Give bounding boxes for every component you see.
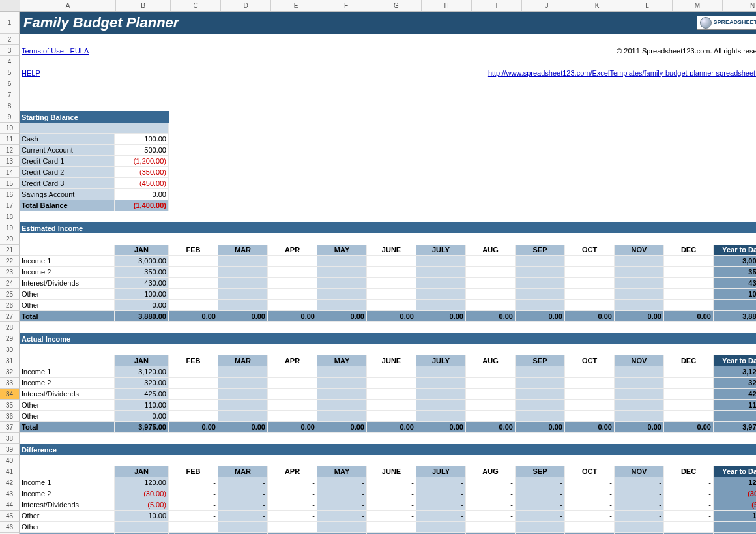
- data-cell[interactable]: [466, 389, 516, 400]
- data-cell[interactable]: 425.00: [115, 389, 169, 400]
- data-cell[interactable]: -: [615, 477, 664, 488]
- data-cell[interactable]: -: [565, 499, 615, 511]
- row-header-2[interactable]: 2: [0, 34, 20, 45]
- data-cell[interactable]: [565, 289, 615, 300]
- col-header-I[interactable]: I: [472, 0, 522, 11]
- data-cell[interactable]: [169, 300, 218, 311]
- data-cell[interactable]: [268, 389, 317, 400]
- data-cell[interactable]: -: [516, 499, 565, 511]
- data-cell[interactable]: [268, 267, 317, 278]
- data-cell[interactable]: [218, 366, 268, 378]
- data-cell[interactable]: [367, 300, 416, 311]
- row-header-6[interactable]: 6: [0, 78, 20, 89]
- balance-value[interactable]: 100.00: [115, 134, 169, 145]
- template-url[interactable]: http://www.spreadsheet123.com/ExcelTempl…: [115, 67, 756, 78]
- data-cell[interactable]: [615, 267, 664, 278]
- data-cell[interactable]: [416, 522, 466, 533]
- data-cell[interactable]: [317, 522, 367, 533]
- data-cell[interactable]: -: [416, 499, 466, 511]
- data-cell[interactable]: [416, 256, 466, 267]
- data-cell[interactable]: [218, 256, 268, 267]
- data-cell[interactable]: (5.00): [115, 499, 169, 511]
- row-header-9[interactable]: 9: [0, 111, 20, 123]
- balance-value[interactable]: (1,200.00): [115, 156, 169, 167]
- data-cell[interactable]: -: [466, 499, 516, 511]
- data-cell[interactable]: 430.00: [115, 278, 169, 289]
- balance-value[interactable]: 500.00: [115, 145, 169, 156]
- data-cell[interactable]: [367, 389, 416, 400]
- row-header-31[interactable]: 31: [0, 355, 20, 366]
- data-cell[interactable]: -: [664, 511, 714, 522]
- data-cell[interactable]: [367, 378, 416, 389]
- data-cell[interactable]: [169, 267, 218, 278]
- data-cell[interactable]: -: [416, 477, 466, 488]
- row-header-22[interactable]: 22: [0, 256, 20, 267]
- data-cell[interactable]: [565, 300, 615, 311]
- data-cell[interactable]: [416, 411, 466, 422]
- row-header-43[interactable]: 43: [0, 488, 20, 499]
- col-header-F[interactable]: F: [321, 0, 371, 11]
- col-header-E[interactable]: E: [271, 0, 321, 11]
- data-cell[interactable]: [169, 289, 218, 300]
- data-cell[interactable]: [268, 400, 317, 411]
- row-header-16[interactable]: 16: [0, 189, 20, 200]
- row-header-30[interactable]: 30: [0, 344, 20, 355]
- data-cell[interactable]: [565, 389, 615, 400]
- data-cell[interactable]: [416, 366, 466, 378]
- col-header-G[interactable]: G: [371, 0, 422, 11]
- data-cell[interactable]: [664, 300, 714, 311]
- data-cell[interactable]: [615, 289, 664, 300]
- data-cell[interactable]: [416, 300, 466, 311]
- row-header-23[interactable]: 23: [0, 267, 20, 278]
- row-header-3[interactable]: 3: [0, 45, 20, 56]
- row-header-29[interactable]: 29: [0, 333, 20, 344]
- data-cell[interactable]: 0.00: [115, 411, 169, 422]
- data-cell[interactable]: [565, 411, 615, 422]
- row-header-25[interactable]: 25: [0, 289, 20, 300]
- row-header-38[interactable]: 38: [0, 433, 20, 444]
- data-cell[interactable]: [664, 366, 714, 378]
- data-cell[interactable]: [615, 522, 664, 533]
- data-cell[interactable]: -: [317, 511, 367, 522]
- data-cell[interactable]: [169, 366, 218, 378]
- data-cell[interactable]: [169, 389, 218, 400]
- data-cell[interactable]: [466, 411, 516, 422]
- data-cell[interactable]: [268, 256, 317, 267]
- data-cell[interactable]: [169, 522, 218, 533]
- data-cell[interactable]: -: [664, 488, 714, 499]
- row-header-39[interactable]: 39: [0, 444, 20, 455]
- data-cell[interactable]: [317, 411, 367, 422]
- data-cell[interactable]: [317, 378, 367, 389]
- data-cell[interactable]: [516, 366, 565, 378]
- data-cell[interactable]: -: [565, 477, 615, 488]
- data-cell[interactable]: 3,120.00: [115, 366, 169, 378]
- row-header-37[interactable]: 37: [0, 422, 20, 433]
- row-header-32[interactable]: 32: [0, 366, 20, 378]
- row-header-20[interactable]: 20: [0, 233, 20, 245]
- row-header-21[interactable]: 21: [0, 245, 20, 256]
- select-all-corner[interactable]: [0, 0, 20, 11]
- row-header-4[interactable]: 4: [0, 56, 20, 67]
- balance-value[interactable]: 0.00: [115, 189, 169, 200]
- data-cell[interactable]: [615, 278, 664, 289]
- data-cell[interactable]: [268, 378, 317, 389]
- data-cell[interactable]: [367, 366, 416, 378]
- col-header-C[interactable]: C: [171, 0, 221, 11]
- data-cell[interactable]: [268, 366, 317, 378]
- data-cell[interactable]: [218, 411, 268, 422]
- data-cell[interactable]: -: [367, 511, 416, 522]
- col-header-H[interactable]: H: [422, 0, 472, 11]
- data-cell[interactable]: [317, 300, 367, 311]
- data-cell[interactable]: [317, 289, 367, 300]
- row-header-13[interactable]: 13: [0, 156, 20, 167]
- data-cell[interactable]: -: [615, 488, 664, 499]
- data-cell[interactable]: [367, 289, 416, 300]
- data-cell[interactable]: [565, 378, 615, 389]
- data-cell[interactable]: [367, 522, 416, 533]
- data-cell[interactable]: (30.00): [115, 488, 169, 499]
- data-cell[interactable]: -: [516, 477, 565, 488]
- col-header-N[interactable]: N: [723, 0, 756, 11]
- data-cell[interactable]: [664, 389, 714, 400]
- data-cell[interactable]: [615, 300, 664, 311]
- data-cell[interactable]: [516, 278, 565, 289]
